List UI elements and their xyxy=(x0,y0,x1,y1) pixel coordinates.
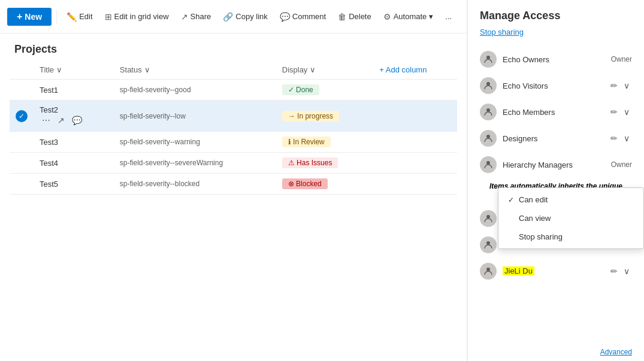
avatar xyxy=(480,263,497,280)
comment-button[interactable]: 💬 Comment xyxy=(275,10,331,24)
more-button[interactable]: ... xyxy=(440,10,456,23)
avatar xyxy=(480,104,497,120)
edit-grid-button[interactable]: ⊞ Edit in grid view xyxy=(100,10,174,24)
svg-point-2 xyxy=(486,108,490,112)
table-row[interactable]: ✓ Test2 ⋯ ↗ 💬 sp-field-severity--low → I… xyxy=(10,101,457,132)
delete-button[interactable]: 🗑 Delete xyxy=(333,10,376,24)
stop-sharing-option[interactable]: ✓ Stop sharing xyxy=(498,227,643,246)
row-title: Test1 xyxy=(34,80,114,101)
avatar xyxy=(480,51,497,68)
col-status[interactable]: Status ∨ xyxy=(114,60,276,80)
avatar xyxy=(480,236,497,253)
access-name: Echo Owners xyxy=(503,55,605,64)
svg-point-0 xyxy=(486,56,490,59)
permission-dropdown: ✓ Can edit ✓ Can view ✓ Stop sharing xyxy=(498,187,644,249)
col-display[interactable]: Display ∨ xyxy=(276,60,374,80)
access-item-echo-owners: Echo Owners Owner xyxy=(468,46,644,72)
access-name: Echo Members xyxy=(503,108,602,117)
access-actions: ✏ ∨ xyxy=(608,265,632,277)
access-role: Owner xyxy=(611,160,632,169)
new-button[interactable]: New xyxy=(7,8,52,26)
share-button[interactable]: ↗ Share xyxy=(176,10,216,24)
row-title: Test4 xyxy=(34,153,114,174)
edit-button[interactable]: ✏️ Edit xyxy=(62,10,97,24)
row-status: sp-field-severity--good xyxy=(114,80,276,101)
row-check[interactable] xyxy=(10,174,34,195)
col-add[interactable]: + Add column xyxy=(373,60,457,80)
col-check xyxy=(10,60,34,80)
avatar xyxy=(480,77,497,94)
sort-icon: ∨ xyxy=(56,65,62,74)
highlighted-name: JieLi Du xyxy=(503,266,534,275)
delete-icon: 🗑 xyxy=(338,12,346,22)
row-check[interactable] xyxy=(10,80,34,101)
row-check[interactable] xyxy=(10,132,34,153)
expand-button[interactable]: ∨ xyxy=(621,106,632,118)
expand-button[interactable]: ∨ xyxy=(621,80,632,92)
automate-button[interactable]: ⚙ Automate ▾ xyxy=(379,10,439,24)
edit-permission-button[interactable]: ✏ xyxy=(608,106,620,118)
access-item-echo-visitors: Echo Visitors ✏ ∨ xyxy=(468,72,644,99)
row-title: Test5 xyxy=(34,174,114,195)
row-extra xyxy=(373,101,457,132)
expand-button[interactable]: ∨ xyxy=(621,132,632,144)
share-icon: ↗ xyxy=(181,12,188,22)
row-more-button[interactable]: ⋯ xyxy=(40,114,53,126)
table-row[interactable]: Test1 sp-field-severity--good ✓ Done xyxy=(10,80,457,101)
table-container: Title ∨ Status ∨ Display ∨ xyxy=(0,60,467,361)
edit-icon: ✏️ xyxy=(66,12,77,22)
manage-access-header: Manage Access Stop sharing xyxy=(468,0,644,41)
table-row[interactable]: Test3 sp-field-severity--warning ℹ In Re… xyxy=(10,132,457,153)
access-name: JieLi Du xyxy=(503,266,602,275)
row-display: → In progress xyxy=(276,101,374,132)
edit-permission-button[interactable]: ✏ xyxy=(608,265,620,277)
table-row[interactable]: Test5 sp-field-severity--blocked ⊗ Block… xyxy=(10,174,457,195)
sort-icon: ∨ xyxy=(310,65,316,74)
copy-link-button[interactable]: 🔗 Copy link xyxy=(218,10,272,24)
access-actions: ✏ ∨ xyxy=(608,132,632,144)
right-panel: Manage Access Stop sharing Echo Owners O… xyxy=(467,0,644,361)
comment-icon: 💬 xyxy=(280,12,290,22)
row-display: ⊗ Blocked xyxy=(276,174,374,195)
grid-icon: ⊞ xyxy=(105,12,112,22)
access-item-hierarchy-managers: Hierarchy Managers Owner xyxy=(468,151,644,178)
manage-access-title: Manage Access xyxy=(480,10,632,22)
edit-permission-button[interactable]: ✏ xyxy=(608,132,620,144)
row-share-button[interactable]: ↗ xyxy=(55,114,67,126)
access-item-approvers: Approvers ✏ ∨ ✓ Can edit ✓ Can view ✓ St… xyxy=(468,205,644,232)
row-extra xyxy=(373,80,457,101)
access-item-jieli: JieLi Du ✏ ∨ xyxy=(468,258,644,284)
svg-point-3 xyxy=(486,135,490,138)
row-status: sp-field-severity--low xyxy=(114,101,276,132)
can-view-option[interactable]: ✓ Can view xyxy=(498,209,643,227)
access-name: Hierarchy Managers xyxy=(503,160,605,169)
avatar xyxy=(480,156,497,173)
chevron-down-icon: ▾ xyxy=(429,12,433,21)
avatar xyxy=(480,210,497,227)
avatar xyxy=(480,130,497,147)
svg-point-4 xyxy=(486,161,490,165)
advanced-link[interactable]: Advanced xyxy=(600,348,632,356)
can-edit-option[interactable]: ✓ Can edit xyxy=(498,190,643,209)
row-check[interactable] xyxy=(10,153,34,174)
stop-sharing-link[interactable]: Stop sharing xyxy=(480,28,524,37)
row-comment-button[interactable]: 💬 xyxy=(69,114,84,126)
table-row[interactable]: Test4 sp-field-severity--severeWarning ⚠… xyxy=(10,153,457,174)
row-status: sp-field-severity--blocked xyxy=(114,174,276,195)
expand-button[interactable]: ∨ xyxy=(621,265,632,277)
edit-permission-button[interactable]: ✏ xyxy=(608,80,620,92)
link-icon: 🔗 xyxy=(223,12,233,22)
stop-sharing-label: Stop sharing xyxy=(519,232,563,241)
access-role: Owner xyxy=(611,55,632,63)
row-extra xyxy=(373,153,457,174)
toolbar: New ✏️ Edit ⊞ Edit in grid view ↗ Share … xyxy=(0,0,467,34)
row-extra xyxy=(373,132,457,153)
left-panel: New ✏️ Edit ⊞ Edit in grid view ↗ Share … xyxy=(0,0,467,361)
row-extra xyxy=(373,174,457,195)
col-title[interactable]: Title ∨ xyxy=(34,60,114,80)
automate-icon: ⚙ xyxy=(383,12,391,22)
row-check[interactable]: ✓ xyxy=(10,101,34,132)
row-display: ✓ Done xyxy=(276,80,374,101)
access-item-designers: Designers ✏ ∨ xyxy=(468,125,644,151)
row-title: Test3 xyxy=(34,132,114,153)
